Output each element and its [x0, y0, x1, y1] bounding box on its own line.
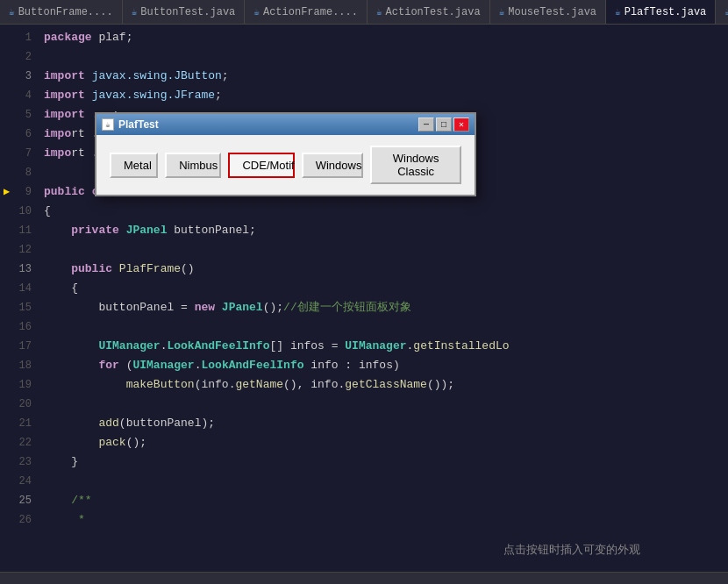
line-20: 20 [0, 395, 728, 414]
nimbus-button[interactable]: Nimbus [165, 153, 221, 178]
line-18: 18 for (UIManager.LookAndFeelInfo info :… [0, 356, 728, 375]
line-13: 13 public PlafFrame() [0, 260, 728, 279]
dialog-title-left: ☕ PlafTest [102, 118, 159, 131]
line-16: 16 [0, 317, 728, 337]
line-22: 22 pack(); [0, 433, 728, 452]
scrollbar[interactable] [0, 572, 728, 584]
java-icon-4: ☕ [376, 6, 382, 18]
java-icon-3: ☕ [253, 6, 260, 18]
code-area: 1 package plaf; 2 3 import javax.swing.J… [0, 25, 728, 533]
dialog-body: Metal Nimbus CDE/Motif Windows Windows C… [96, 135, 475, 195]
tab-buttonframe[interactable]: ☕ ButtonFrame.... [0, 0, 123, 25]
bottom-comment: 点击按钮时插入可变的外观 [503, 542, 640, 558]
line-26: 26 * [0, 510, 728, 530]
tab-mousetest[interactable]: ☕ MouseTest.java [490, 0, 606, 25]
line-2: 2 [0, 47, 728, 67]
dialog-app-icon: ☕ [102, 118, 114, 131]
dialog-titlebar[interactable]: ☕ PlafTest ─ □ ✕ [96, 114, 475, 135]
line-11: 11 private JPanel buttonPanel; [0, 221, 728, 240]
line-1: 1 package plaf; [0, 28, 728, 47]
tab-bar: ☕ ButtonFrame.... ☕ ButtonTest.java ☕ Ac… [0, 0, 728, 25]
java-icon-5: ☕ [499, 6, 505, 18]
line-4: 4 import javax.swing.JFrame; [0, 86, 728, 105]
tab-plaftest[interactable]: ☕ PlafTest.java [606, 0, 716, 25]
line-12: 12 [0, 240, 728, 260]
java-icon: ☕ [9, 6, 15, 18]
minimize-button[interactable]: ─ [418, 118, 434, 132]
java-icon-2: ☕ [132, 6, 138, 18]
line-14: 14 { [0, 279, 728, 298]
dialog-overlay: ☕ PlafTest ─ □ ✕ Metal N [95, 112, 476, 182]
dialog-controls: ─ □ ✕ [418, 118, 469, 132]
line-17: 17 UIManager.LookAndFeelInfo[] infos = U… [0, 337, 728, 356]
line-15: 15 buttonPanel = new JPanel();//创建一个按钮面板… [0, 298, 728, 317]
dialog-title: PlafTest [118, 118, 159, 131]
dialog-window: ☕ PlafTest ─ □ ✕ Metal N [95, 112, 476, 196]
windows-button[interactable]: Windows [302, 153, 364, 178]
editor-area: ☕ ButtonFrame.... ☕ ButtonTest.java ☕ Ac… [0, 0, 728, 584]
line-10: 10 { [0, 202, 728, 221]
cde-motif-button[interactable]: CDE/Motif [228, 153, 294, 178]
tab-pl[interactable]: ☕ Pl [716, 0, 728, 25]
java-icon-7: ☕ [724, 6, 728, 18]
line-3: 3 import javax.swing.JButton; [0, 67, 728, 86]
line-25: 25 /** [0, 491, 728, 510]
close-button[interactable]: ✕ [453, 118, 469, 132]
windows-classic-button[interactable]: Windows Classic [370, 146, 461, 184]
line-19: 19 makeButton(info.getName(), info.getCl… [0, 375, 728, 395]
line-21: 21 add(buttonPanel); [0, 414, 728, 433]
tab-actiontest[interactable]: ☕ ActionTest.java [368, 0, 490, 25]
line-23: 23 } [0, 452, 728, 472]
line-24: 24 [0, 472, 728, 491]
java-icon-6: ☕ [615, 6, 621, 18]
tab-actionframe[interactable]: ☕ ActionFrame.... [245, 0, 368, 25]
metal-button[interactable]: Metal [110, 153, 158, 178]
tab-buttontest[interactable]: ☕ ButtonTest.java [123, 0, 246, 25]
maximize-button[interactable]: □ [436, 118, 452, 132]
